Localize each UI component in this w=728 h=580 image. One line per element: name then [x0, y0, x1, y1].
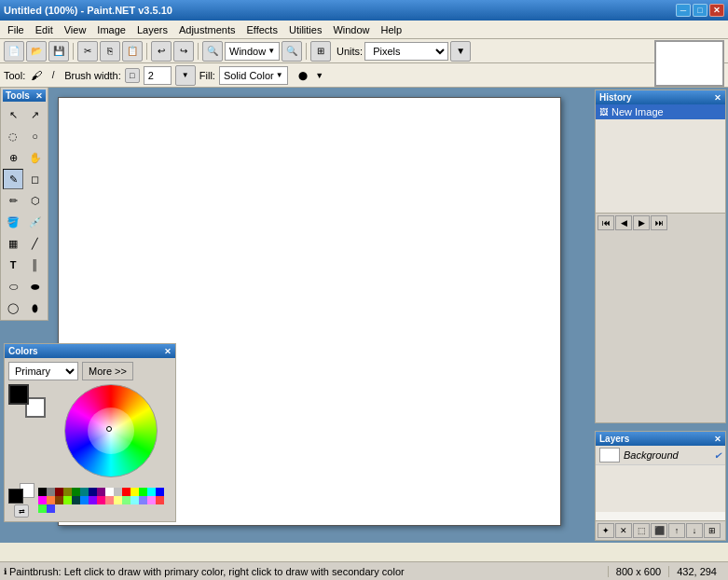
layers-merge-btn[interactable]: ⬛ [651, 523, 667, 538]
menu-window[interactable]: Window [327, 23, 375, 36]
palette-swatch[interactable] [63, 496, 72, 504]
layer-visible-icon[interactable]: ✔ [714, 450, 721, 461]
palette-swatch[interactable] [38, 488, 47, 496]
palette-swatch[interactable] [147, 496, 156, 504]
redo-button[interactable]: ↪ [173, 41, 194, 62]
colors-close-icon[interactable]: ✕ [164, 347, 172, 356]
palette-swatch[interactable] [55, 488, 63, 496]
palette-swatch[interactable] [47, 496, 55, 504]
palette-swatch[interactable] [38, 504, 47, 513]
cut-button[interactable]: ✂ [77, 41, 98, 62]
zoom-in-button[interactable]: 🔍 [202, 41, 223, 62]
palette-swatch[interactable] [47, 488, 55, 496]
tool-line[interactable]: ╱ [25, 233, 46, 254]
tool-select-rect[interactable]: ↖ [3, 104, 23, 125]
tool-ellipse[interactable]: ◯ [3, 297, 23, 318]
palette-swatch[interactable] [130, 488, 139, 496]
tools-close-icon[interactable]: ✕ [35, 91, 43, 101]
palette-swatch[interactable] [80, 488, 89, 496]
tool-pan[interactable]: ✋ [25, 147, 46, 168]
palette-swatch[interactable] [89, 488, 97, 496]
tool-rect-shape[interactable]: ⬭ [3, 276, 23, 297]
history-next-btn[interactable]: ▶ [633, 215, 650, 230]
history-prev-btn[interactable]: ◀ [615, 215, 632, 230]
brush-width-arrow[interactable]: ▼ [175, 65, 196, 86]
layers-up-btn[interactable]: ↑ [668, 523, 685, 538]
minimize-button[interactable]: ─ [676, 4, 691, 17]
history-first-btn[interactable]: ⏮ [598, 215, 614, 230]
palette-swatch[interactable] [147, 488, 156, 496]
units-select[interactable]: Pixels Inches Centimeters [364, 42, 448, 61]
layers-down-btn[interactable]: ↓ [686, 523, 703, 538]
fill-dropdown[interactable]: Solid Color ▼ [219, 66, 288, 85]
brush-width-input[interactable] [144, 66, 172, 85]
tool-freeform[interactable]: ⬮ [25, 297, 46, 318]
save-button[interactable]: 💾 [48, 41, 69, 62]
menu-help[interactable]: Help [376, 23, 408, 36]
palette-swatch[interactable] [156, 488, 164, 496]
palette-swatch[interactable] [80, 496, 89, 504]
tool-clone[interactable]: ⬡ [25, 190, 46, 211]
window-dropdown[interactable]: Window ▼ [225, 42, 280, 61]
menu-utilities[interactable]: Utilities [283, 23, 327, 36]
palette-swatch[interactable] [105, 488, 114, 496]
history-last-btn[interactable]: ⏭ [651, 215, 667, 230]
layers-close-icon[interactable]: ✕ [714, 435, 721, 444]
menu-edit[interactable]: Edit [30, 23, 59, 36]
open-button[interactable]: 📂 [26, 41, 47, 62]
color-mode-select[interactable]: Primary Secondary [8, 362, 78, 380]
color-wheel[interactable] [64, 384, 158, 477]
palette-swatch[interactable] [72, 488, 80, 496]
tool-lasso[interactable]: ◌ [3, 126, 23, 146]
swap-colors-btn[interactable]: ⇄ [14, 504, 29, 518]
units-arrow[interactable]: ▼ [450, 41, 471, 62]
history-item-new-image[interactable]: 🖼 New Image [596, 104, 725, 119]
layers-properties-btn[interactable]: ⊞ [704, 523, 721, 538]
menu-image[interactable]: Image [91, 23, 131, 36]
palette-swatch[interactable] [47, 504, 55, 513]
zoom-btn2[interactable]: 🔍 [282, 41, 302, 62]
menu-view[interactable]: View [59, 23, 92, 36]
palette-swatch[interactable] [122, 496, 130, 504]
palette-swatch[interactable] [139, 488, 147, 496]
menu-adjustments[interactable]: Adjustments [173, 23, 241, 36]
tool-text[interactable]: T [3, 255, 23, 275]
menu-effects[interactable]: Effects [241, 23, 283, 36]
tool-rounded-rect[interactable]: ⬬ [25, 276, 46, 297]
tool-gradient[interactable]: ▦ [3, 233, 23, 254]
menu-file[interactable]: File [2, 23, 30, 36]
tool-shapes[interactable]: ║ [25, 255, 46, 275]
palette-swatch[interactable] [114, 496, 122, 504]
layer-item-background[interactable]: Background ✔ [596, 446, 725, 465]
tool-ellipse-select[interactable]: ○ [25, 126, 46, 146]
palette-swatch[interactable] [63, 488, 72, 496]
tool-fill[interactable]: 🪣 [3, 212, 23, 232]
palette-swatch[interactable] [139, 496, 147, 504]
palette-swatch[interactable] [156, 496, 164, 504]
undo-button[interactable]: ↩ [151, 41, 172, 62]
palette-swatch[interactable] [114, 488, 122, 496]
history-close-icon[interactable]: ✕ [714, 93, 721, 103]
tool-color-picker[interactable]: 💉 [25, 212, 46, 232]
brush-width-minus[interactable]: □ [125, 68, 140, 83]
maximize-button[interactable]: □ [693, 4, 707, 17]
layers-duplicate-btn[interactable]: ⬚ [633, 523, 650, 538]
menu-layers[interactable]: Layers [131, 23, 173, 36]
more-button[interactable]: More >> [82, 362, 133, 380]
primary-color-swatch[interactable] [8, 384, 29, 405]
close-button[interactable]: ✕ [709, 4, 724, 17]
palette-swatch[interactable] [97, 496, 105, 504]
tool-eraser[interactable]: ◻ [25, 169, 46, 189]
palette-swatch[interactable] [97, 488, 105, 496]
tool-pencil[interactable]: ✏ [3, 190, 23, 211]
new-button[interactable]: 📄 [4, 41, 24, 62]
bw-black-swatch[interactable] [8, 489, 23, 504]
palette-swatch[interactable] [130, 496, 139, 504]
layers-add-btn[interactable]: ✦ [598, 523, 614, 538]
grid-button[interactable]: ⊞ [310, 41, 331, 62]
palette-swatch[interactable] [55, 496, 63, 504]
palette-swatch[interactable] [89, 496, 97, 504]
palette-swatch[interactable] [105, 496, 114, 504]
paste-button[interactable]: 📋 [122, 41, 143, 62]
tool-select-move[interactable]: ↗ [25, 104, 46, 125]
